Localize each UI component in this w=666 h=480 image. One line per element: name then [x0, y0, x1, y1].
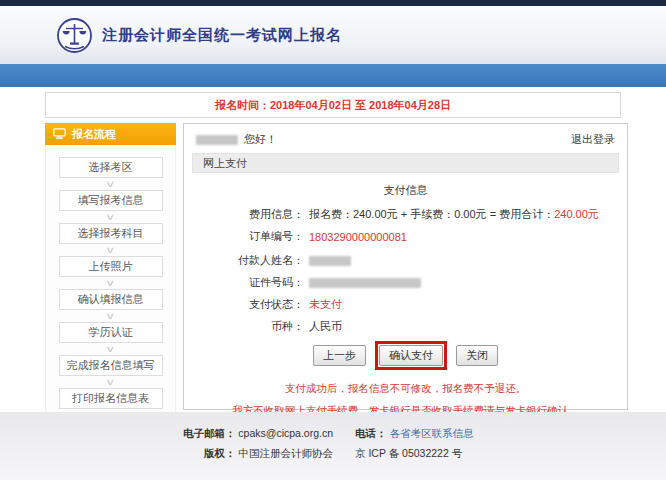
order-number-label: 订单编号： [184, 229, 304, 244]
id-number-label: 证件号码： [184, 275, 304, 290]
chevron-down-icon: ∨ [105, 278, 116, 288]
close-button[interactable]: 关闭 [456, 345, 498, 366]
email-value: cpaks@cicpa.org.cn [238, 427, 333, 439]
copyright-value: 中国注册会计师协会 [239, 447, 334, 459]
chevron-down-icon: ∨ [105, 311, 116, 321]
site-footer: 电子邮箱： cpaks@cicpa.org.cn 电话： 各省考区联系信息 版权… [0, 412, 666, 480]
payment-details: 费用信息： 报名费：240.00元 + 手续费：0.00元 = 费用合计： 24… [184, 207, 627, 334]
chevron-down-icon: ∨ [105, 245, 116, 255]
fee-info-row: 费用信息： 报名费：240.00元 + 手续费：0.00元 = 费用合计： 24… [184, 207, 627, 222]
note-no-refund: 支付成功后，报名信息不可修改，报名费不予退还。 [184, 382, 627, 396]
sidebar-item-education-verification[interactable]: 学历认证 [59, 322, 163, 343]
payer-name-redacted [309, 256, 351, 266]
section-title-bar: 网上支付 [192, 153, 619, 173]
sidebar-item-fill-registration-info[interactable]: 填写报考信息 [59, 190, 163, 211]
main-panel: 您好！ 退出登录 网上支付 支付信息 费用信息： 报名费：240.00元 + 手… [183, 123, 628, 410]
payment-info-title: 支付信息 [184, 183, 627, 198]
fee-breakdown: 报名费：240.00元 + 手续费：0.00元 = 费用合计： [309, 207, 554, 222]
sidebar-item-print-form[interactable]: 打印报名信息表 [59, 388, 163, 409]
email-label: 电子邮箱： [183, 427, 236, 439]
id-number-redacted [309, 278, 421, 288]
site-header: 注册会计师全国统一考试网上报名 [0, 6, 666, 64]
currency-label: 币种： [184, 319, 304, 334]
confirm-payment-button[interactable]: 确认支付 [379, 345, 443, 366]
previous-step-button[interactable]: 上一步 [313, 345, 366, 366]
payment-status-value: 未支付 [309, 297, 342, 312]
sidebar-item-confirm-info[interactable]: 确认填报信息 [59, 289, 163, 310]
monitor-icon [53, 128, 66, 141]
chevron-down-icon: ∨ [105, 377, 116, 387]
order-number-value: 1803290000000081 [309, 231, 407, 243]
payer-name-row: 付款人姓名： [184, 253, 627, 268]
nav-bar [0, 64, 666, 87]
province-contact-link[interactable]: 各省考区联系信息 [389, 427, 473, 439]
payer-name-label: 付款人姓名： [184, 253, 304, 268]
scales-emblem-icon [56, 17, 93, 54]
currency-row: 币种： 人民币 [184, 319, 627, 334]
fee-total: 240.00元 [554, 207, 599, 222]
greeting-text: 您好！ [244, 132, 277, 147]
page-title: 注册会计师全国统一考试网上报名 [102, 26, 342, 45]
currency-value: 人民币 [309, 319, 342, 334]
order-number-row: 订单编号： 1803290000000081 [184, 229, 627, 244]
phone-label: 电话： [355, 427, 387, 439]
chevron-down-icon: ∨ [105, 179, 116, 189]
sidebar-item-select-exam-area[interactable]: 选择考区 [59, 157, 163, 178]
section-title: 网上支付 [203, 156, 247, 171]
greeting-name-redacted [196, 135, 238, 145]
fee-info-label: 费用信息： [184, 207, 304, 222]
sidebar-header-label: 报名流程 [72, 127, 116, 142]
greeting-row: 您好！ 退出登录 [184, 124, 627, 153]
payment-status-label: 支付状态： [184, 297, 304, 312]
icp-text: 京 ICP 备 05032222 号 [355, 447, 462, 459]
registration-period-notice: 报名时间：2018年04月02日 至 2018年04月28日 [45, 92, 621, 118]
sidebar-item-complete-registration[interactable]: 完成报名信息填写 [59, 355, 163, 376]
payment-buttons: 上一步 确认支付 关闭 [184, 341, 627, 370]
chevron-down-icon: ∨ [105, 212, 116, 222]
logout-link[interactable]: 退出登录 [571, 132, 615, 147]
chevron-down-icon: ∨ [105, 344, 116, 354]
sidebar-header: 报名流程 [45, 123, 176, 145]
registration-period-text: 报名时间：2018年04月02日 至 2018年04月28日 [215, 98, 451, 113]
sidebar-item-select-subjects[interactable]: 选择报考科目 [59, 223, 163, 244]
sidebar-item-upload-photo[interactable]: 上传照片 [59, 256, 163, 277]
payment-status-row: 支付状态： 未支付 [184, 297, 627, 312]
sidebar: 报名流程 选择考区 ∨ 填写报考信息 ∨ 选择报考科目 ∨ 上传照片 ∨ 确认填… [45, 123, 176, 459]
confirm-payment-highlight: 确认支付 [375, 341, 447, 370]
id-number-row: 证件号码： [184, 275, 627, 290]
copyright-label: 版权： [204, 447, 236, 459]
